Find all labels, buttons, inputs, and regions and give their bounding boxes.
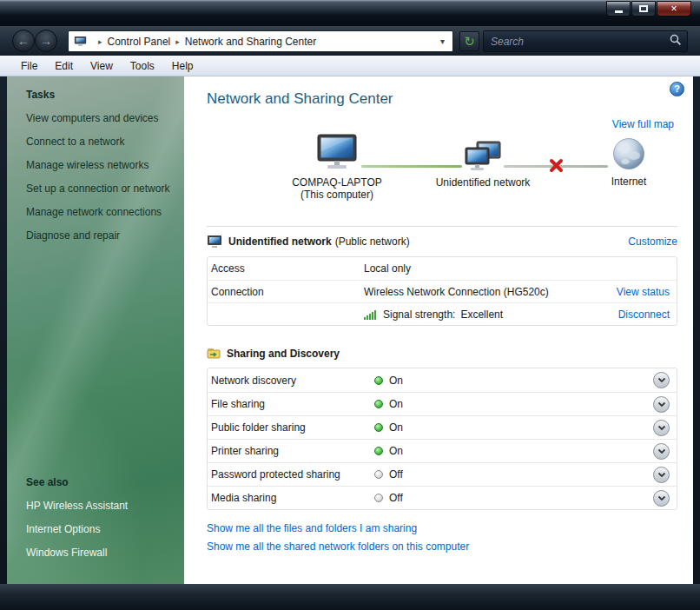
menu-view[interactable]: View <box>82 57 122 75</box>
crumb-separator-icon: ▸ <box>175 37 180 46</box>
sharing-rows-box: Network discovery On File sharing On <box>207 368 677 510</box>
sharing-row: Public folder sharing On <box>208 415 677 439</box>
navigation-bar: ← → ▸ Control Panel ▸ Network and Sharin… <box>0 26 700 56</box>
close-button[interactable]: × <box>657 1 691 17</box>
expand-button[interactable] <box>653 372 670 388</box>
globe-icon[interactable] <box>612 161 645 173</box>
expand-button[interactable] <box>653 396 670 413</box>
map-network-name: Unidentified network <box>420 176 545 189</box>
menu-tools[interactable]: Tools <box>122 57 163 75</box>
network-small-icon <box>207 235 222 249</box>
show-shared-folders-link[interactable]: Show me all the shared network folders o… <box>207 540 469 553</box>
sharing-row-label: Printer sharing <box>211 445 374 457</box>
status-text: On <box>389 421 403 434</box>
breadcrumb-item-network-sharing-center[interactable]: Network and Sharing Center <box>185 36 316 48</box>
menu-edit[interactable]: Edit <box>46 57 82 75</box>
chevron-down-icon <box>657 401 666 408</box>
network-map: COMPAQ-LAPTOP (This computer) <box>207 132 677 217</box>
chevron-down-icon <box>657 472 666 478</box>
sidebar-item-manage-wireless[interactable]: Manage wireless networks <box>26 159 177 171</box>
minimize-icon <box>615 10 623 13</box>
sidebar-item-connect-network[interactable]: Connect to a network <box>26 136 177 148</box>
back-button[interactable]: ← <box>12 30 35 52</box>
show-shared-files-link[interactable]: Show me all the files and folders I am s… <box>207 522 417 534</box>
status-text: Off <box>389 468 403 481</box>
signal-value: Excellent <box>460 308 503 321</box>
search-input[interactable] <box>491 36 670 48</box>
chevron-down-icon <box>657 425 666 431</box>
refresh-button[interactable]: ↻ <box>459 31 479 51</box>
menu-help[interactable]: Help <box>163 57 202 75</box>
map-computer-name: COMPAQ-LAPTOP <box>274 176 400 189</box>
expand-button[interactable] <box>653 490 670 507</box>
sharing-row: Printer sharing On <box>208 439 677 462</box>
status-dot <box>374 447 383 455</box>
map-internet-label: Internet <box>580 176 677 188</box>
access-row: Access Local only <box>208 257 677 280</box>
sidebar-item-diagnose-repair[interactable]: Diagnose and repair <box>26 229 177 242</box>
network-section-title: Unidentified network <box>228 235 332 248</box>
connection-value: Wireless Network Connection (HG520c) <box>364 286 617 298</box>
sharing-discovery-icon <box>207 347 221 360</box>
status-text: On <box>389 375 403 387</box>
maximize-button[interactable] <box>631 1 656 17</box>
close-icon: × <box>670 3 677 15</box>
customize-link[interactable]: Customize <box>628 235 677 248</box>
status-dot <box>374 494 383 502</box>
chevron-down-icon <box>657 377 666 383</box>
breadcrumb-item-control-panel[interactable]: Control Panel <box>108 36 171 48</box>
chevron-down-icon <box>657 495 666 501</box>
menu-file[interactable]: File <box>12 57 46 75</box>
title-bar[interactable]: × <box>0 0 700 26</box>
forward-button[interactable]: → <box>35 30 57 52</box>
expand-button[interactable] <box>653 420 670 436</box>
breadcrumb: ▸ Control Panel ▸ Network and Sharing Ce… <box>68 30 453 52</box>
sidebar-item-windows-firewall[interactable]: Windows Firewall <box>26 547 177 559</box>
view-status-link[interactable]: View status <box>617 286 670 298</box>
crumb-separator-icon: ▸ <box>98 37 102 46</box>
sharing-row-label: Media sharing <box>211 492 374 504</box>
network-details-box: Access Local only Connection Wireless Ne… <box>207 256 677 326</box>
sharing-row-label: Public folder sharing <box>211 421 374 434</box>
sidebar-item-setup-connection[interactable]: Set up a connection or network <box>26 182 177 195</box>
status-text: Off <box>389 492 403 504</box>
view-full-map-link[interactable]: View full map <box>612 118 674 130</box>
refresh-icon: ↻ <box>464 34 475 49</box>
sharing-discovery-section: Sharing and Discovery Network discovery … <box>207 347 677 553</box>
search-icon[interactable] <box>670 34 682 49</box>
sharing-row-label: File sharing <box>211 398 374 410</box>
minimize-button[interactable] <box>606 1 631 17</box>
expand-button[interactable] <box>653 467 670 483</box>
forward-icon: → <box>40 34 52 48</box>
sidebar: Tasks View computers and devices Connect… <box>7 76 184 584</box>
chevron-down-icon[interactable]: ▾ <box>436 36 449 46</box>
signal-row: Signal strength: Excellent Disconnect <box>208 302 677 325</box>
sidebar-item-internet-options[interactable]: Internet Options <box>26 523 177 535</box>
status-dot <box>374 400 383 408</box>
connection-row: Connection Wireless Network Connection (… <box>208 280 677 302</box>
sharing-row: Network discovery On <box>208 368 677 392</box>
red-x-icon <box>548 157 565 176</box>
sharing-row: Password protected sharing Off <box>208 462 677 486</box>
expand-button[interactable] <box>653 443 670 460</box>
sharing-row-label: Password protected sharing <box>211 468 374 481</box>
sidebar-item-hp-wireless[interactable]: HP Wireless Assistant <box>26 500 177 512</box>
page-title: Network and Sharing Center <box>207 76 677 108</box>
sidebar-item-view-computers[interactable]: View computers and devices <box>26 112 177 124</box>
status-dot <box>374 376 383 385</box>
computer-icon[interactable] <box>315 162 359 174</box>
network-icon[interactable] <box>464 162 502 174</box>
search-box <box>483 30 688 52</box>
access-label: Access <box>211 262 364 275</box>
tasks-header: Tasks <box>26 89 177 101</box>
signal-strength-icon <box>364 308 378 320</box>
sidebar-item-manage-connections[interactable]: Manage network connections <box>26 206 177 218</box>
connection-label: Connection <box>211 286 364 298</box>
disconnect-link[interactable]: Disconnect <box>618 308 670 321</box>
see-also-header: See also <box>26 476 177 488</box>
chevron-down-icon <box>657 448 666 454</box>
help-button[interactable]: ? <box>670 82 684 96</box>
status-dot <box>374 423 383 432</box>
network-details-section: Unidentified network (Public network) Cu… <box>207 226 677 326</box>
window-bottom-frame <box>0 584 700 610</box>
